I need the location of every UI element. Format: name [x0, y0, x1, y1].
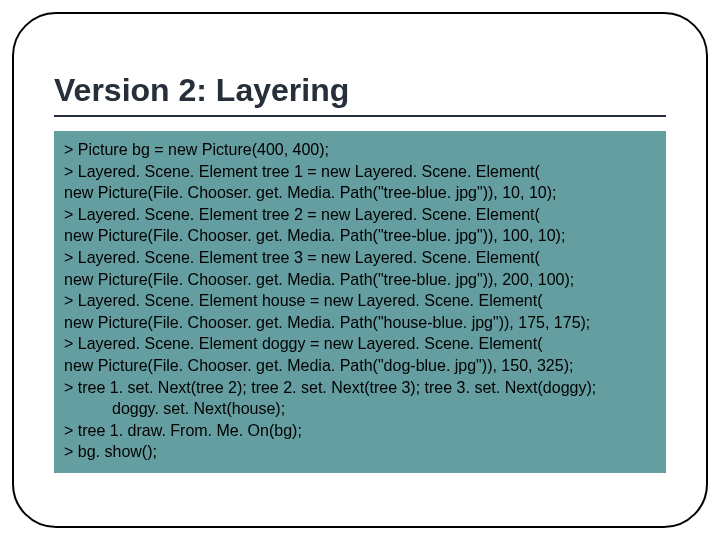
code-line: > Layered. Scene. Element tree 3 = new L… — [64, 247, 656, 269]
code-line: new Picture(File. Chooser. get. Media. P… — [64, 312, 656, 334]
title-underline — [54, 115, 666, 117]
code-line: > Layered. Scene. Element doggy = new La… — [64, 333, 656, 355]
code-line: > tree 1. set. Next(tree 2); tree 2. set… — [64, 377, 656, 399]
code-block: > Picture bg = new Picture(400, 400); > … — [54, 131, 666, 473]
code-line: > tree 1. draw. From. Me. On(bg); — [64, 420, 656, 442]
code-line: > bg. show(); — [64, 441, 656, 463]
code-line: new Picture(File. Chooser. get. Media. P… — [64, 182, 656, 204]
slide-frame: Version 2: Layering > Picture bg = new P… — [12, 12, 708, 528]
code-line: > Layered. Scene. Element house = new La… — [64, 290, 656, 312]
code-line: > Picture bg = new Picture(400, 400); — [64, 139, 656, 161]
code-line: new Picture(File. Chooser. get. Media. P… — [64, 355, 656, 377]
code-line: > Layered. Scene. Element tree 1 = new L… — [64, 161, 656, 183]
code-line: doggy. set. Next(house); — [64, 398, 656, 420]
code-line: new Picture(File. Chooser. get. Media. P… — [64, 269, 656, 291]
code-line: new Picture(File. Chooser. get. Media. P… — [64, 225, 656, 247]
code-line: > Layered. Scene. Element tree 2 = new L… — [64, 204, 656, 226]
slide-title: Version 2: Layering — [54, 72, 666, 109]
